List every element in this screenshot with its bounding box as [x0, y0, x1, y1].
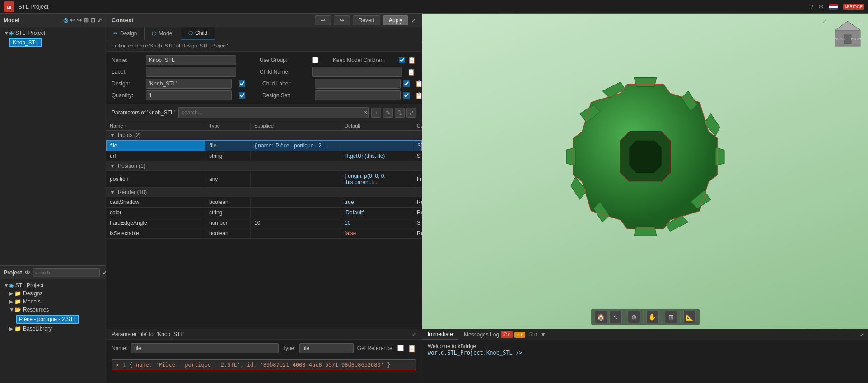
tree-item-designs[interactable]: ▶ 📁 Designs: [2, 289, 104, 298]
sort-param-btn[interactable]: ⇅: [395, 108, 405, 118]
cell-color-supplied: [251, 208, 341, 218]
tool-home[interactable]: 🏠: [595, 311, 607, 323]
group-position-label: Position (1): [118, 163, 145, 169]
language-flag[interactable]: [829, 4, 838, 10]
table-row-color[interactable]: color string 'Default' Render3Mixin: [106, 208, 422, 218]
model-icon-3[interactable]: ↪: [77, 17, 82, 24]
label-input[interactable]: [146, 67, 236, 77]
knob-stl-label[interactable]: Knob_STL: [9, 38, 42, 47]
tool-measure[interactable]: 📐: [683, 311, 696, 323]
log-dropdown-icon[interactable]: ▼: [541, 331, 546, 338]
context-expand-icon[interactable]: ⤢: [411, 17, 416, 24]
log-expand-btn[interactable]: ⤢: [856, 330, 868, 340]
cell-isselectable-supplied: [251, 228, 341, 238]
design-tab-label: Design: [120, 30, 137, 37]
quantity-checkbox[interactable]: [239, 92, 245, 99]
project-search-input[interactable]: [33, 268, 100, 277]
piece-stl-label[interactable]: Pièce - portique - 2.STL: [16, 315, 79, 324]
group-position-arrow[interactable]: ▼: [110, 163, 115, 169]
tree-item-baselibrary[interactable]: ▶ 📁 BaseLibrary: [2, 325, 104, 333]
design-input[interactable]: [146, 79, 232, 89]
use-group-label: Use Group:: [260, 57, 309, 63]
tab-model[interactable]: ⬡ Model: [145, 27, 181, 40]
nav-cube[interactable]: UP FRONT RIGHT: [832, 18, 863, 51]
revert-button[interactable]: Revert: [353, 15, 380, 25]
designs-label: Designs: [23, 290, 42, 297]
params-search-clear[interactable]: ✕: [363, 109, 368, 116]
model-icon-1[interactable]: ◎: [63, 17, 68, 24]
child-name-copy-btn[interactable]: 📋: [407, 68, 416, 76]
model-expand-icon[interactable]: ⤢: [97, 17, 102, 24]
table-row-url[interactable]: url string R.getUrl(this.file) STL: [106, 151, 422, 161]
project-eye-icon[interactable]: 👁: [25, 270, 30, 276]
tab-immediate[interactable]: Immediate: [422, 329, 458, 340]
right-panel: UP FRONT RIGHT ⤢: [422, 14, 868, 383]
tree-item-resources[interactable]: ▼ 📂 Resources: [2, 306, 104, 314]
param-type-input[interactable]: [299, 343, 354, 353]
table-row-isselectable[interactable]: isSelectable boolean false Render3Mixin: [106, 228, 422, 239]
design-checkbox[interactable]: [239, 80, 245, 87]
tool-pan[interactable]: ✋: [646, 311, 659, 323]
param-detail-actions: ⤢: [408, 331, 416, 337]
tree-item-project-root[interactable]: ▼ ◉ STL Project: [2, 281, 104, 289]
middle-panel: Context ↩ ↪ Revert Apply ⤢ ✏ Design ⬡ Mo…: [106, 14, 422, 383]
param-get-ref-label: Get Reference:: [357, 345, 394, 351]
baselibrary-label: BaseLibrary: [23, 326, 52, 332]
child-label-input[interactable]: [315, 79, 401, 89]
viewport-3d[interactable]: UP FRONT RIGHT ⤢: [422, 14, 868, 329]
copy-ref-icon[interactable]: 📋: [407, 344, 416, 353]
table-row-position[interactable]: position any { origin: p(0, 0, 0, this.p…: [106, 171, 422, 188]
info-badge: ⓘ 0: [527, 331, 539, 338]
keep-model-label: Keep Model Children:: [333, 57, 396, 63]
context-title: Context: [112, 17, 133, 24]
model-icon-2[interactable]: ↩: [70, 17, 75, 24]
table-row-file[interactable]: file file { name: 'Pièce - portique - 2.…: [106, 140, 422, 151]
apply-button[interactable]: Apply: [383, 15, 408, 25]
app-title: STL Project: [18, 3, 48, 10]
use-group-checkbox[interactable]: [312, 57, 318, 63]
tab-child[interactable]: ⬡ Child: [181, 27, 215, 40]
undo-button[interactable]: ↩: [315, 15, 331, 25]
child-label-checkbox[interactable]: [403, 80, 410, 87]
add-param-btn[interactable]: +: [371, 108, 381, 118]
edit-param-btn[interactable]: ✎: [383, 108, 393, 118]
cell-file-supplied: { name: 'Pièce - portique - 2....: [251, 141, 341, 151]
mail-icon[interactable]: ✉: [819, 4, 823, 10]
line-num: 1: [122, 362, 126, 368]
expand-params-btn[interactable]: ⤢: [406, 108, 416, 118]
quantity-input[interactable]: [146, 90, 232, 100]
table-row-castshadow[interactable]: castShadow boolean true Render3Mixin: [106, 197, 422, 208]
group-render-arrow[interactable]: ▼: [110, 189, 115, 195]
tool-orbit[interactable]: ⊕: [628, 311, 640, 323]
model-icon-5[interactable]: ⊡: [90, 17, 95, 24]
tree-item-stl-project[interactable]: ▼ ◉ STL_Project: [2, 29, 104, 37]
keep-model-checkbox[interactable]: [399, 57, 405, 63]
param-type-label: Type:: [282, 345, 295, 351]
cell-color-type: string: [205, 208, 251, 218]
tab-design[interactable]: ✏ Design: [106, 27, 145, 40]
param-name-input[interactable]: [131, 343, 279, 353]
tree-item-knob-stl[interactable]: Knob_STL: [2, 37, 104, 48]
help-icon[interactable]: ?: [810, 4, 813, 10]
params-search-input[interactable]: [178, 107, 369, 118]
table-row-hardedgeangle[interactable]: hardEdgeAngle number 10 10 STL: [106, 218, 422, 228]
model-icon-4[interactable]: ⊞: [84, 17, 89, 24]
error-badge: ⓘ 0: [501, 331, 513, 338]
tab-messages-log[interactable]: Messages Log ⓘ 0 ⚠ 0 ⓘ 0 ▼: [458, 329, 551, 340]
design-set-checkbox[interactable]: [403, 92, 410, 99]
tree-item-models[interactable]: ▶ 📁 Models: [2, 298, 104, 306]
welcome-text: Welcome to kBridge: [428, 343, 863, 350]
tool-select[interactable]: ↖: [609, 311, 622, 323]
tree-item-piece-stl[interactable]: Pièce - portique - 2.STL: [2, 314, 104, 325]
param-detail-expand[interactable]: ⤢: [412, 331, 416, 337]
arrow-designs: ▶: [9, 290, 14, 297]
child-name-input[interactable]: [312, 67, 402, 77]
group-inputs-arrow[interactable]: ▼: [110, 132, 115, 138]
get-reference-checkbox[interactable]: [397, 345, 404, 351]
tool-zoom[interactable]: ⊞: [665, 311, 677, 323]
design-set-input[interactable]: [315, 90, 401, 100]
copy-ref-btn[interactable]: 📋: [408, 57, 417, 64]
name-input[interactable]: [146, 55, 236, 65]
viewport-expand-icon[interactable]: ⤢: [822, 17, 827, 24]
redo-button[interactable]: ↪: [334, 15, 350, 25]
